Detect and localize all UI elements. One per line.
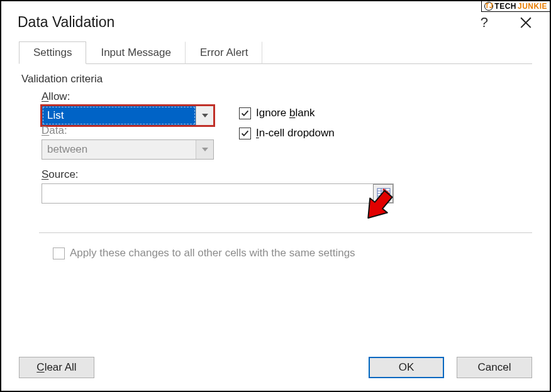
chevron-down-icon — [202, 114, 208, 117]
allow-dropdown[interactable]: List — [42, 106, 214, 126]
tab-settings[interactable]: Settings — [19, 41, 86, 64]
apply-all-label: Apply these changes to all other cells w… — [70, 247, 355, 259]
ok-label: OK — [399, 361, 415, 374]
allow-dropdown-value: List — [42, 106, 196, 125]
source-label: Source: — [42, 168, 530, 181]
ok-button[interactable]: OK — [369, 357, 444, 378]
criteria-legend: Validation criteria — [21, 73, 530, 85]
divider — [39, 232, 532, 233]
ignore-blank-label: Ignore blank — [256, 107, 315, 119]
chevron-down-icon — [202, 148, 208, 151]
apply-all-checkbox: Apply these changes to all other cells w… — [53, 247, 530, 259]
watermark-text-1: TECH — [494, 2, 516, 11]
close-button[interactable] — [520, 16, 532, 29]
tab-error-alert[interactable]: Error Alert — [186, 41, 263, 64]
tab-input-message-label: Input Message — [101, 46, 171, 58]
watermark-text-2: JUNKIE — [518, 2, 547, 11]
tab-input-message[interactable]: Input Message — [86, 41, 186, 64]
source-field-container — [42, 183, 394, 204]
data-label: Data: — [42, 124, 530, 137]
source-input[interactable] — [42, 184, 373, 203]
tab-strip: Settings Input Message Error Alert — [19, 41, 532, 64]
ignore-blank-checkbox[interactable]: Ignore blank — [239, 107, 335, 119]
source-range-picker-button[interactable] — [373, 184, 393, 203]
data-dropdown-value: between — [42, 140, 196, 159]
allow-label: Allow: — [42, 90, 214, 103]
watermark-logo-icon: TJ — [484, 2, 493, 11]
clear-all-button[interactable]: Clear All — [19, 357, 94, 378]
checkmark-icon — [241, 109, 249, 117]
tab-settings-label: Settings — [33, 46, 72, 58]
spreadsheet-picker-icon — [377, 188, 391, 199]
cancel-label: Cancel — [478, 361, 511, 374]
data-dropdown: between — [42, 139, 214, 160]
allow-dropdown-button[interactable] — [196, 106, 213, 125]
tab-error-alert-label: Error Alert — [200, 46, 248, 58]
dialog-footer: Clear All OK Cancel — [19, 348, 532, 378]
help-button[interactable]: ? — [481, 14, 488, 31]
dialog-title: Data Validation — [18, 14, 114, 31]
data-dropdown-button — [196, 140, 213, 159]
watermark-techjunkie: TJ TECHJUNKIE — [481, 1, 550, 12]
cancel-button[interactable]: Cancel — [457, 357, 532, 378]
clear-all-label: Clear All — [36, 361, 76, 374]
titlebar: Data Validation ? — [1, 1, 550, 37]
